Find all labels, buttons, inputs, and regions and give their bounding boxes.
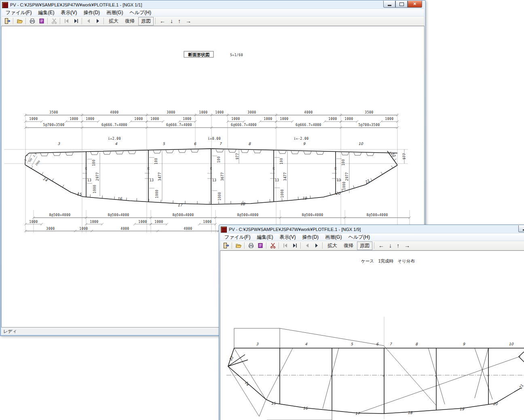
dim-label: 17	[355, 412, 360, 416]
menu-operate[interactable]: 操作(D)	[299, 233, 322, 241]
dim-label: 1000	[218, 192, 222, 200]
shell-tick	[381, 172, 382, 174]
bow-arrowheads	[228, 352, 524, 366]
cut-button[interactable]	[268, 242, 277, 250]
menu-layer[interactable]: 画層(G)	[322, 233, 345, 241]
go-prev-icon	[85, 18, 92, 24]
dim-label: 8@500=4000	[302, 213, 323, 217]
dim-label: 16	[117, 197, 123, 201]
deck-notch	[91, 152, 98, 155]
window-controls: ✕	[518, 225, 524, 232]
go-first-button[interactable]	[62, 17, 71, 25]
go-prev-button[interactable]	[84, 17, 93, 25]
print-button[interactable]	[27, 17, 37, 25]
exit-button[interactable]	[221, 242, 230, 250]
open-button[interactable]	[15, 17, 24, 25]
dim-label: i=-2.00	[294, 137, 308, 141]
cut-icon	[270, 242, 276, 249]
layers-book-button[interactable]	[256, 242, 265, 250]
go-prev-button[interactable]	[302, 242, 312, 250]
pan-up-button[interactable]: ↑	[175, 17, 183, 25]
pan-up-button[interactable]: ↑	[394, 242, 402, 249]
pan-up-icon: ↑	[178, 18, 181, 24]
dim-label: 22	[228, 355, 235, 361]
dim-label: 20	[336, 191, 341, 195]
go-next-icon	[95, 18, 101, 24]
pan-left-button[interactable]: ←	[376, 242, 387, 249]
app-icon	[2, 2, 8, 8]
pan-right-button[interactable]: →	[402, 242, 412, 249]
menu-help[interactable]: ヘルプ(H)	[126, 9, 154, 16]
go-next-icon	[313, 242, 320, 249]
pan-left-button[interactable]: ←	[157, 17, 168, 25]
pan-down-button[interactable]: ↓	[387, 242, 394, 249]
close-icon: ✕	[413, 2, 416, 6]
toolbar-separator	[25, 18, 26, 24]
dim-label: 5	[330, 375, 333, 377]
dim-label: 13	[212, 178, 217, 182]
menu-edit[interactable]: 編集(E)	[254, 233, 276, 241]
shell-tick	[353, 185, 354, 188]
shell-tick	[282, 198, 282, 201]
close-button[interactable]: ✕	[408, 1, 422, 8]
dim-label: 8	[248, 142, 251, 146]
deck-notch	[216, 149, 224, 152]
cut-icon	[51, 18, 57, 24]
drawing-area[interactable]: ケース 1完成時 そり分布 34567891014151617181920212…	[220, 250, 524, 420]
exit-button[interactable]	[2, 17, 12, 25]
dim-label: 4	[305, 342, 307, 346]
minimize-button[interactable]	[383, 1, 395, 8]
original-view-button[interactable]: 原図	[357, 242, 372, 250]
cut-button[interactable]	[49, 17, 59, 25]
menu-file[interactable]: ファイル(F)	[221, 233, 254, 241]
print-button[interactable]	[246, 242, 256, 250]
original-view-button[interactable]: 原図	[138, 17, 154, 25]
deck-notch	[178, 150, 186, 153]
window-title: PV - C:¥JSPW¥SAMPLE¥JSP47W¥work¥PLOTFILE…	[10, 2, 142, 7]
zoom-button[interactable]: 拡大	[325, 242, 340, 250]
open-button[interactable]	[234, 242, 243, 250]
menu-view[interactable]: 表示(V)	[57, 9, 80, 16]
pan-right-button[interactable]: →	[183, 17, 194, 25]
go-last-button[interactable]	[71, 17, 80, 25]
dim-label: 25	[334, 167, 337, 170]
dim-label: 1000	[79, 227, 88, 231]
dim-label: 18	[408, 411, 413, 415]
dim-label: 25	[85, 167, 87, 170]
maximize-button[interactable]	[395, 1, 408, 8]
deck-notch	[316, 151, 324, 154]
dim-label: 25	[209, 167, 212, 170]
menu-operate[interactable]: 操作(D)	[80, 9, 103, 16]
dim-label: 8@500=4000	[237, 213, 258, 217]
toolbar-separator	[47, 18, 48, 24]
deck-reference-lines	[4, 149, 408, 164]
app-icon	[221, 227, 227, 233]
go-next-button[interactable]	[93, 17, 102, 25]
restore-button[interactable]: 復帰	[122, 17, 137, 25]
deck-notch	[354, 153, 361, 155]
toolbar-separator	[60, 18, 61, 24]
menu-edit[interactable]: 編集(E)	[35, 9, 57, 16]
go-next-button[interactable]	[312, 242, 321, 250]
minimize-button[interactable]	[518, 225, 524, 232]
shell-tick	[310, 195, 311, 198]
layers-book-icon	[257, 242, 264, 249]
menu-view[interactable]: 表示(V)	[276, 233, 299, 241]
titlebar[interactable]: PV - C:¥JSPW¥SAMPLE¥JSP47W¥work¥PLOTFILE…	[1, 1, 425, 8]
restore-button[interactable]: 復帰	[341, 242, 356, 250]
dim-label: 1000	[86, 117, 94, 121]
menu-help[interactable]: ヘルプ(H)	[345, 233, 373, 241]
layers-book-button[interactable]	[37, 17, 46, 25]
go-last-button[interactable]	[290, 242, 299, 250]
dim-label: 6@666.7=4000	[166, 123, 192, 127]
titlebar[interactable]: PV - C:¥JSPW¥SAMPLE¥JSP47W¥work¥PLOTFILE…	[220, 226, 524, 233]
menu-file[interactable]: ファイル(F)	[2, 9, 35, 16]
dim-label: 1000	[183, 117, 191, 121]
print-icon	[248, 242, 254, 249]
go-first-button[interactable]	[281, 242, 290, 250]
dim-label: 19	[302, 196, 307, 200]
zoom-button[interactable]: 拡大	[106, 17, 121, 25]
menu-layer[interactable]: 画層(G)	[103, 9, 126, 16]
pan-down-button[interactable]: ↓	[168, 17, 175, 25]
shell-tick	[63, 185, 64, 187]
